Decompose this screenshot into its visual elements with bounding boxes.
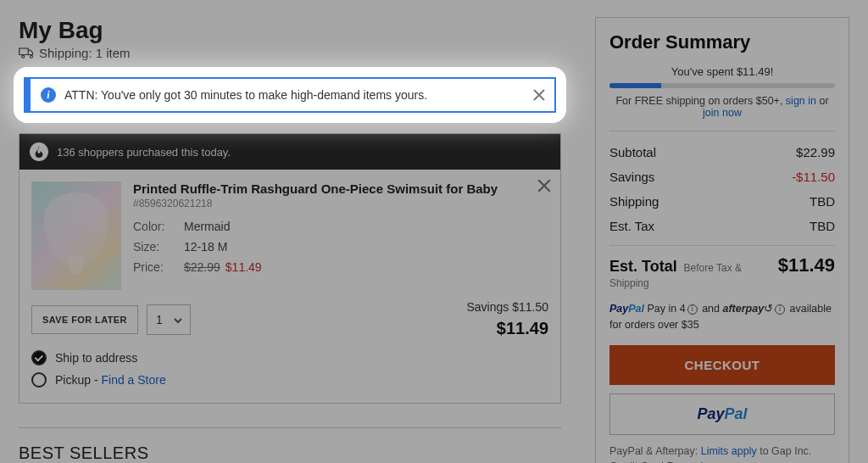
size-label: Size: — [133, 240, 184, 254]
sign-in-link[interactable]: sign in — [786, 95, 816, 107]
info-icon[interactable]: i — [687, 304, 698, 315]
order-summary: Order Summary You've spent $11.49! For F… — [595, 17, 849, 463]
product-thumbnail[interactable] — [31, 181, 121, 290]
pickup-option[interactable]: Pickup - Find a Store — [31, 369, 548, 391]
social-proof-banner: 136 shoppers purchased this today. — [19, 134, 560, 170]
shipping-label: Shipping — [609, 194, 659, 209]
line-savings: Savings $11.50 — [466, 300, 548, 314]
savings-label: Savings — [609, 170, 654, 184]
close-icon[interactable] — [532, 88, 546, 102]
attention-banner-text: ATTN: You've only got 30 minutes to make… — [64, 88, 427, 102]
order-summary-title: Order Summary — [609, 31, 835, 53]
product-sku: #8596320621218 — [133, 198, 548, 209]
find-a-store-link[interactable]: Find a Store — [101, 373, 165, 387]
flame-icon — [30, 142, 48, 161]
checkout-button[interactable]: CHECKOUT — [609, 345, 835, 385]
paypal-button[interactable]: PayPal — [609, 393, 835, 435]
size-value: 12-18 M — [184, 240, 227, 254]
best-sellers-heading: BEST SELLERS — [19, 443, 561, 463]
free-shipping-progress — [609, 83, 835, 88]
join-now-link[interactable]: join now — [703, 107, 742, 119]
divider — [609, 131, 835, 131]
subtotal-label: Subtotal — [609, 145, 656, 159]
info-icon: i — [41, 87, 56, 103]
ship-to-address-label: Ship to address — [55, 351, 137, 365]
bnpl-footnote: PayPal & Afterpay: Limits apply to Gap I… — [609, 443, 835, 464]
shipping-count-label: Shipping: 1 item — [39, 46, 131, 60]
color-label: Color: — [133, 220, 184, 233]
est-total-value: $11.49 — [778, 254, 835, 276]
paypal-logo: PayPal — [609, 303, 644, 315]
product-name[interactable]: Printed Ruffle-Trim Rashguard One-Piece … — [133, 181, 548, 196]
line-total: $11.49 — [466, 319, 548, 338]
price-was: $22.99 — [184, 260, 220, 274]
quantity-value: 1 — [156, 313, 163, 326]
shipping-count: Shipping: 1 item — [19, 46, 561, 60]
savings-value: -$11.50 — [792, 170, 835, 184]
ship-to-address-option[interactable]: Ship to address — [31, 347, 548, 369]
pickup-prefix: Pickup - — [55, 373, 101, 387]
est-total-label: Est. Total — [609, 258, 677, 275]
free-shipping-hint: For FREE shipping on orders $50+, sign i… — [609, 95, 835, 119]
price-label: Price: — [133, 260, 184, 274]
divider — [609, 245, 835, 246]
remove-item-button[interactable] — [537, 178, 552, 193]
social-proof-text: 136 shoppers purchased this today. — [57, 146, 231, 159]
divider — [19, 427, 561, 428]
color-value: Mermaid — [184, 220, 230, 233]
page-title: My Bag — [19, 17, 561, 44]
save-for-later-button[interactable]: SAVE FOR LATER — [31, 305, 138, 334]
limits-apply-link[interactable]: Limits apply — [701, 445, 757, 457]
cart-item: 136 shoppers purchased this today. Print… — [19, 133, 561, 404]
shipping-value: TBD — [810, 194, 835, 209]
price-now: $11.49 — [225, 260, 262, 274]
truck-icon — [19, 47, 34, 59]
quantity-select[interactable]: 1 — [147, 304, 191, 335]
spent-message: You've spent $11.49! — [609, 65, 835, 78]
attention-banner: i ATTN: You've only got 30 minutes to ma… — [24, 77, 556, 113]
radio-unchecked-icon — [31, 372, 47, 388]
subtotal-value: $22.99 — [796, 145, 835, 159]
info-icon[interactable]: i — [775, 304, 785, 315]
chevron-down-icon — [173, 315, 183, 325]
tax-label: Est. Tax — [609, 219, 654, 233]
afterpay-logo: afterpay — [722, 303, 764, 315]
radio-checked-icon — [31, 350, 47, 365]
bnpl-message: PayPal Pay in 4i and afterpay↺i availabl… — [609, 301, 835, 333]
tax-value: TBD — [810, 219, 835, 233]
